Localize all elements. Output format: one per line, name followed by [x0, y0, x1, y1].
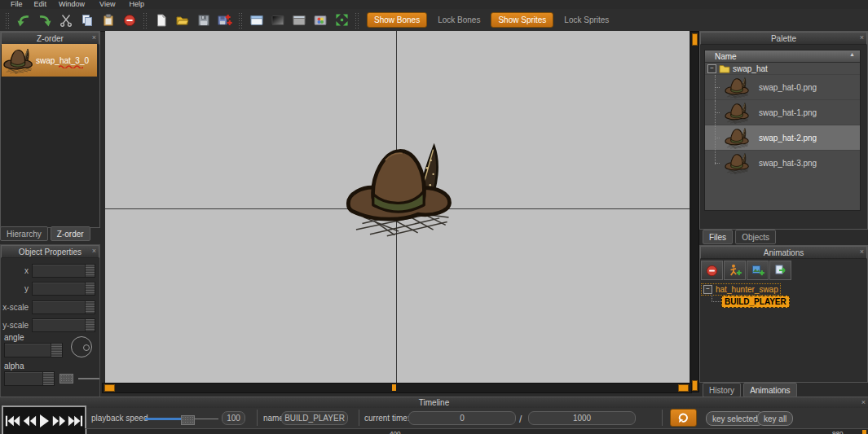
x-field[interactable]: [32, 264, 95, 278]
new-file-icon: [155, 14, 168, 27]
folder-row-swap-hat[interactable]: − swap_hat: [705, 63, 860, 74]
step-forward-button[interactable]: [51, 414, 66, 427]
add-character-map-button[interactable]: [747, 261, 769, 280]
menu-file[interactable]: File: [11, 0, 23, 9]
timeline-playhead[interactable]: [86, 429, 86, 434]
toolbar-grip[interactable]: [238, 12, 244, 28]
spin-button[interactable]: [51, 344, 62, 357]
menu-view[interactable]: View: [99, 0, 115, 9]
vertical-scroll-end[interactable]: [692, 380, 698, 391]
file-row[interactable]: swap_hat-1.png: [705, 99, 860, 125]
y-scale-field[interactable]: [32, 318, 95, 332]
hat-sprite[interactable]: [341, 137, 456, 238]
tab-hierarchy[interactable]: Hierarchy: [0, 226, 48, 241]
zorder-item-swap-hat[interactable]: swap_hat_3_0: [2, 44, 97, 77]
loop-playback-button[interactable]: [670, 409, 697, 427]
menu-window[interactable]: Window: [59, 0, 85, 9]
tab-zorder[interactable]: Z-order: [51, 226, 90, 241]
collapse-icon[interactable]: −: [707, 64, 716, 73]
tab-animations[interactable]: Animations: [743, 383, 796, 397]
spin-button[interactable]: [42, 372, 54, 385]
new-animation-button[interactable]: [724, 261, 746, 280]
view-light-window-button[interactable]: [246, 11, 267, 30]
name-column-header[interactable]: Name ▲: [705, 50, 860, 63]
play-button[interactable]: [38, 414, 50, 428]
delete-animation-button[interactable]: [701, 261, 723, 280]
tab-objects[interactable]: Objects: [735, 230, 776, 244]
horizontal-scroll-handle-right[interactable]: [678, 384, 689, 392]
hat-thumbnail: [720, 76, 754, 99]
slider-handle[interactable]: [181, 415, 195, 425]
menu-edit[interactable]: Edit: [34, 0, 47, 9]
undo-button[interactable]: [13, 11, 34, 30]
view-dark-window-button[interactable]: [267, 11, 289, 30]
spin-button[interactable]: [85, 301, 95, 313]
menu-help[interactable]: Help: [129, 0, 144, 9]
angle-dial-knob[interactable]: [83, 344, 90, 351]
file-row[interactable]: swap_hat-0.png: [705, 74, 860, 99]
animation-build-player[interactable]: BUILD_PLAYER: [721, 296, 790, 308]
angle-dial[interactable]: [71, 336, 92, 357]
step-back-button[interactable]: [22, 414, 37, 427]
alpha-field[interactable]: [4, 371, 55, 386]
playback-speed-value[interactable]: 100: [222, 411, 245, 425]
canvas-vertical-scrollbar[interactable]: [690, 31, 699, 392]
close-icon[interactable]: ×: [861, 397, 866, 408]
canvas-horizontal-scrollbar[interactable]: [102, 383, 692, 393]
playback-speed-slider[interactable]: [145, 414, 218, 423]
close-icon[interactable]: ×: [92, 246, 96, 256]
duration-field[interactable]: 1000: [528, 411, 636, 425]
tab-history[interactable]: History: [703, 383, 741, 397]
toolbar-grip[interactable]: [5, 12, 11, 28]
duplicate-animation-button[interactable]: [769, 261, 791, 280]
image-add-icon: [751, 264, 764, 277]
key-selected-button[interactable]: key selected: [706, 411, 764, 426]
lock-bones-button[interactable]: Lock Bones: [438, 15, 480, 24]
vertical-scroll-handle[interactable]: [692, 33, 698, 46]
delete-button[interactable]: [119, 11, 140, 30]
file-row-selected[interactable]: swap_hat-2.png: [705, 125, 860, 150]
spin-button[interactable]: [85, 283, 95, 295]
copy-button[interactable]: [77, 11, 98, 30]
alpha-slider-handle[interactable]: [59, 374, 73, 384]
close-icon[interactable]: ×: [860, 33, 864, 43]
x-scale-field[interactable]: [32, 300, 95, 314]
x-scale-label: x-scale: [1, 303, 29, 312]
view-color-window-button[interactable]: [310, 11, 331, 30]
show-sprites-button[interactable]: Show Sprites: [491, 12, 553, 28]
fit-view-button[interactable]: [331, 11, 352, 30]
show-bones-button[interactable]: Show Bones: [367, 12, 427, 28]
cut-button[interactable]: [55, 11, 77, 30]
toolbar-grip[interactable]: [355, 12, 360, 28]
editor-canvas[interactable]: [105, 31, 690, 383]
paste-button[interactable]: [98, 11, 119, 30]
redo-button[interactable]: [34, 11, 55, 30]
open-folder-button[interactable]: [172, 11, 193, 30]
file-row[interactable]: swap_hat-3.png: [705, 150, 860, 175]
close-icon[interactable]: ×: [92, 33, 96, 43]
toolbar-grip[interactable]: [143, 12, 148, 28]
key-all-button[interactable]: key all: [757, 411, 793, 426]
lock-sprites-button[interactable]: Lock Sprites: [564, 15, 609, 24]
palette-panel: Palette × Name ▲ − swap_hat: [699, 31, 868, 230]
tab-files[interactable]: Files: [703, 230, 733, 244]
new-file-button[interactable]: [151, 11, 172, 30]
sort-asc-icon[interactable]: ▲: [849, 51, 855, 57]
spin-button[interactable]: [85, 265, 95, 277]
angle-field[interactable]: [4, 343, 63, 357]
scissors-icon: [59, 14, 73, 27]
tree-guide: [712, 292, 720, 302]
close-icon[interactable]: ×: [860, 247, 864, 257]
skip-to-start-button[interactable]: [5, 414, 20, 427]
save-button[interactable]: [193, 11, 214, 30]
animation-name-field[interactable]: BUILD_PLAYER: [281, 411, 348, 425]
timeline-ruler[interactable]: 400 980: [85, 428, 868, 434]
import-button[interactable]: [214, 11, 236, 30]
view-gray-window-button[interactable]: [289, 11, 310, 30]
current-time-field[interactable]: 0: [408, 411, 516, 425]
horizontal-scroll-handle-left[interactable]: [104, 384, 115, 392]
spin-button[interactable]: [85, 319, 95, 331]
y-field[interactable]: [32, 282, 95, 296]
alpha-slider-track[interactable]: [78, 378, 99, 379]
skip-to-end-button[interactable]: [68, 414, 83, 427]
